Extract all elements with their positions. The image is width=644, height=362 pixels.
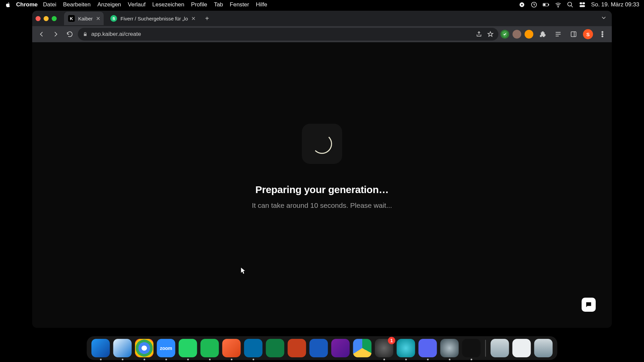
chat-fab-button[interactable] — [582, 298, 596, 312]
tab-kaiber[interactable]: K Kaiber ✕ — [64, 12, 104, 25]
dock-app-spotify[interactable] — [201, 339, 219, 357]
close-tab-icon[interactable]: ✕ — [96, 15, 100, 22]
page-body: Preparing your generation… It can take a… — [32, 42, 612, 328]
search-icon[interactable] — [567, 1, 574, 8]
extension-icon[interactable] — [513, 30, 521, 39]
favicon-kaiber: K — [68, 15, 75, 22]
svg-point-12 — [602, 32, 603, 33]
dock-app-zoom[interactable]: zoom — [157, 339, 175, 357]
address-bar[interactable]: app.kaiber.ai/create — [78, 28, 498, 41]
url-text: app.kaiber.ai/create — [91, 31, 472, 38]
dock-app-imovie[interactable] — [331, 339, 350, 357]
tabs-dropdown-icon[interactable] — [600, 14, 607, 22]
dock-app-safari[interactable] — [113, 339, 132, 357]
back-button[interactable] — [36, 28, 48, 40]
kebab-menu-icon[interactable] — [596, 28, 608, 40]
menu-tab[interactable]: Tab — [214, 1, 223, 8]
dock-trash[interactable] — [534, 339, 553, 357]
browser-toolbar: app.kaiber.ai/create S — [32, 26, 612, 42]
battery-icon[interactable] — [543, 1, 549, 8]
tab-title: Kaiber — [78, 16, 93, 21]
record-icon[interactable] — [519, 1, 525, 8]
svg-point-7 — [568, 2, 572, 6]
menu-profiles[interactable]: Profile — [191, 1, 207, 8]
new-tab-button[interactable]: + — [202, 13, 212, 24]
dock-app-todoist[interactable] — [222, 339, 241, 357]
lock-icon — [83, 32, 88, 37]
dock-app-excel[interactable] — [266, 339, 284, 357]
svg-point-1 — [521, 4, 523, 6]
extensions-menu-icon[interactable] — [537, 28, 549, 40]
dock-app-finder[interactable] — [92, 339, 110, 357]
tab-strip: K Kaiber ✕ fi Fiverr / Suchergebnisse fü… — [32, 11, 612, 26]
svg-rect-8 — [580, 2, 582, 4]
minimize-window-button[interactable] — [44, 16, 49, 21]
extension-shield[interactable] — [500, 30, 509, 39]
profile-avatar[interactable]: S — [583, 29, 593, 39]
mac-menubar: Chrome Datei Bearbeiten Anzeigen Verlauf… — [0, 0, 644, 9]
dock-app-drive[interactable] — [353, 339, 372, 357]
loading-heading: Preparing your generation… — [255, 184, 388, 195]
close-tab-icon[interactable]: ✕ — [191, 15, 196, 22]
dock-app-word[interactable] — [310, 339, 328, 357]
share-icon[interactable] — [476, 31, 482, 38]
side-panel-icon[interactable] — [568, 28, 580, 40]
extensions-row: S — [500, 28, 608, 40]
clock-icon[interactable] — [531, 1, 537, 8]
menu-file[interactable]: Datei — [43, 1, 56, 8]
browser-window: K Kaiber ✕ fi Fiverr / Suchergebnisse fü… — [32, 11, 612, 328]
window-controls[interactable] — [36, 16, 57, 21]
favicon-fiverr: fi — [110, 15, 117, 22]
menubar-clock[interactable]: So. 19. März 09:33 — [591, 1, 639, 8]
control-center-icon[interactable] — [579, 1, 586, 8]
svg-point-6 — [558, 6, 559, 7]
svg-rect-4 — [544, 4, 546, 6]
forward-button[interactable] — [50, 28, 62, 40]
loading-spinner-icon — [312, 134, 332, 154]
dock-app-quicktime[interactable] — [440, 339, 459, 357]
loading-subtext: It can take around 10 seconds. Please wa… — [252, 201, 392, 209]
close-window-button[interactable] — [36, 16, 41, 21]
menu-help[interactable]: Hilfe — [256, 1, 267, 8]
dock-app-discord[interactable] — [419, 339, 437, 357]
dock-app-settings[interactable]: 1 — [375, 339, 393, 357]
chat-icon — [585, 301, 592, 308]
zoom-window-button[interactable] — [52, 16, 57, 21]
loading-spinner-box — [302, 124, 342, 164]
mac-dock: zoom1 — [87, 336, 557, 360]
svg-rect-11 — [571, 32, 576, 37]
dock-app-powerpoint[interactable] — [288, 339, 306, 357]
menu-view[interactable]: Anzeigen — [97, 1, 121, 8]
dock-app-trello[interactable] — [244, 339, 263, 357]
menu-history[interactable]: Verlauf — [128, 1, 146, 8]
svg-rect-9 — [583, 2, 585, 4]
menu-bookmarks[interactable]: Lesezeichen — [152, 1, 184, 8]
svg-point-14 — [602, 36, 603, 37]
apple-icon[interactable] — [5, 1, 11, 8]
active-app-name[interactable]: Chrome — [16, 1, 38, 8]
dock-separator — [485, 340, 486, 357]
svg-rect-10 — [580, 5, 585, 7]
extension-icon[interactable] — [525, 30, 533, 39]
dock-app-chrome[interactable] — [135, 339, 154, 357]
dock-app-whatsapp[interactable] — [179, 339, 197, 357]
reload-button[interactable] — [64, 28, 76, 40]
svg-point-13 — [602, 34, 603, 35]
tab-fiverr[interactable]: fi Fiverr / Suchergebnisse für „lo ✕ — [106, 12, 199, 25]
dock-downloads[interactable] — [491, 339, 509, 357]
bookmark-star-icon[interactable] — [487, 31, 494, 38]
dock-desktop-folder[interactable] — [513, 339, 531, 357]
reading-list-icon[interactable] — [552, 28, 564, 40]
badge: 1 — [388, 337, 395, 344]
menu-window[interactable]: Fenster — [230, 1, 249, 8]
svg-rect-5 — [549, 4, 549, 5]
tab-title: Fiverr / Suchergebnisse für „lo — [120, 16, 188, 21]
wifi-icon[interactable] — [555, 1, 561, 8]
mouse-cursor-icon — [240, 267, 246, 276]
dock-app-voice-memos[interactable] — [462, 339, 481, 357]
menu-edit[interactable]: Bearbeiten — [63, 1, 91, 8]
dock-app-cyan-app[interactable] — [397, 339, 415, 357]
